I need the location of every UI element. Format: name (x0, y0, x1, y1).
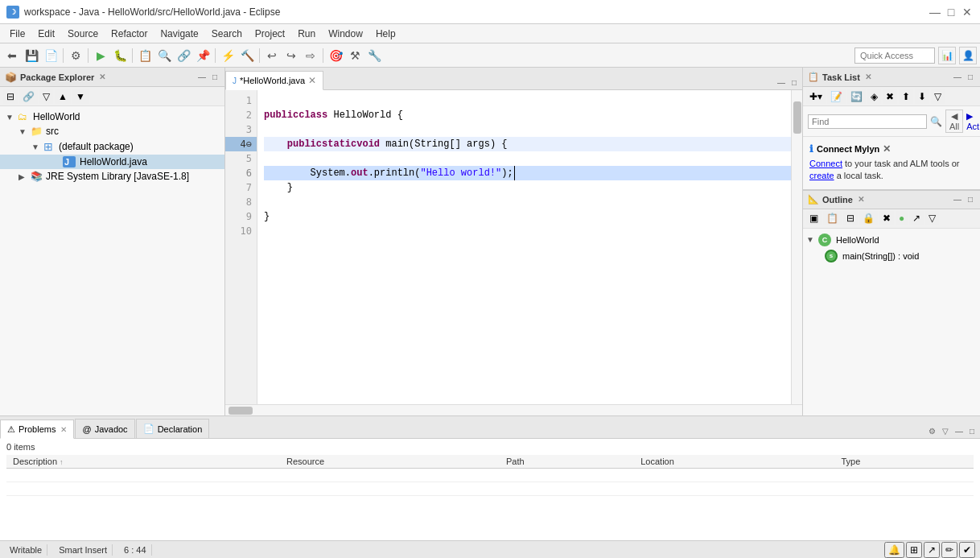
mylyn-close-btn[interactable]: ✕ (883, 143, 891, 155)
tree-item-helloworld-java[interactable]: ▶ J HelloWorld.java (0, 155, 224, 169)
bottom-minimize-btn[interactable]: — (953, 426, 966, 436)
tree-item-helloworld-project[interactable]: ▼ 🗂 HelloWorld (0, 110, 224, 124)
editor-scrollbar[interactable] (791, 90, 802, 404)
task-all-btn[interactable]: ◀ All (945, 110, 963, 133)
debug-button[interactable]: 🐛 (111, 47, 129, 64)
menu-project[interactable]: Project (249, 27, 291, 41)
col-path[interactable]: Path (500, 455, 634, 469)
build-button[interactable]: 🔨 (238, 47, 256, 64)
run-button[interactable]: ▶ (92, 47, 109, 64)
declaration-tab[interactable]: 📄 Declaration (136, 419, 210, 438)
menu-refactor[interactable]: Refactor (105, 27, 154, 41)
maximize-button[interactable]: □ (945, 6, 957, 19)
collapse-all-button[interactable]: ⊟ (3, 89, 18, 104)
task-tool-5[interactable]: ⬆ (899, 89, 913, 104)
save-button[interactable]: 💾 (23, 47, 40, 64)
outline-tool-3[interactable]: ⊟ (843, 211, 858, 225)
javadoc-tab[interactable]: @ Javadoc (75, 419, 134, 438)
task-tool-6[interactable]: ⬇ (915, 89, 929, 104)
quick-access-input[interactable] (854, 48, 935, 64)
outline-tool-5[interactable]: ✖ (879, 211, 894, 225)
task-activa-btn[interactable]: ▶ Activa... (966, 111, 980, 131)
outline-minimize-btn[interactable]: — (951, 194, 964, 205)
tree-item-jre[interactable]: ▶ 📚 JRE System Library [JavaSE-1.8] (0, 169, 224, 184)
menu-window[interactable]: Window (322, 27, 369, 41)
task-search-icon[interactable]: 🔍 (930, 116, 942, 127)
outline-tool-1[interactable]: ▣ (806, 211, 821, 225)
next-button[interactable]: ↪ (282, 47, 300, 64)
menu-help[interactable]: Help (369, 27, 402, 41)
sync-button[interactable]: ⚡ (219, 47, 237, 64)
minimize-button[interactable]: — (929, 6, 941, 19)
menu-file[interactable]: File (3, 27, 31, 41)
tree-item-src[interactable]: ▼ 📁 src (0, 124, 224, 138)
package-explorer-maximize[interactable]: □ (210, 72, 220, 82)
outline-tool-6[interactable]: ● (896, 211, 908, 225)
mylyn-connect-link[interactable]: Connect (809, 159, 842, 168)
pin-button[interactable]: 📌 (194, 47, 212, 64)
link-editor-button[interactable]: 🔗 (19, 89, 38, 104)
col-type[interactable]: Type (834, 455, 974, 469)
forward-button[interactable]: ⇨ (302, 47, 319, 64)
back-button[interactable]: ⬅ (3, 47, 21, 64)
editor-tab-close[interactable]: ✕ (308, 75, 316, 86)
pkg-arrow-down-button[interactable]: ▼ (72, 89, 89, 104)
outline-item-main[interactable]: s main(String[]) : void (803, 248, 980, 264)
link-button[interactable]: 🔗 (175, 47, 192, 64)
task-tool-4[interactable]: ✖ (883, 89, 897, 104)
editor-area[interactable]: 1 2 3 4⊖ 5 6 7 8 9 10 public class Hello… (225, 90, 802, 404)
tool1-button[interactable]: ⚒ (346, 47, 364, 64)
menu-edit[interactable]: Edit (31, 27, 61, 41)
tool2-button[interactable]: 🔧 (365, 47, 383, 64)
mylyn-create-link[interactable]: create (809, 171, 834, 180)
pkg-view-menu-button[interactable]: ▽ (39, 89, 53, 104)
package-explorer-minimize[interactable]: — (196, 72, 208, 82)
new-task-btn[interactable]: ✚▾ (806, 89, 826, 104)
problems-tab-close[interactable]: ✕ (60, 425, 67, 434)
task-tool-3[interactable]: ◈ (867, 89, 881, 104)
col-resource[interactable]: Resource (280, 455, 500, 469)
editor-tab-helloworld[interactable]: J *HelloWorld.java ✕ (225, 71, 323, 90)
col-description[interactable]: Description ↑ (6, 455, 280, 469)
status-check-btn[interactable]: ✔ (959, 542, 975, 558)
task-minimize-btn[interactable]: — (951, 72, 964, 82)
task-maximize-btn[interactable]: □ (966, 72, 975, 82)
outline-dropdown[interactable]: ▽ (925, 211, 939, 225)
outline-item-helloworld[interactable]: ▼ C HelloWorld (803, 232, 980, 248)
outline-maximize-btn[interactable]: □ (966, 194, 975, 205)
pkg-arrow-up-button[interactable]: ▲ (55, 89, 71, 104)
status-layout-btn[interactable]: ⊞ (906, 542, 922, 558)
horizontal-scrollbar[interactable] (225, 404, 802, 415)
menu-run[interactable]: Run (291, 27, 322, 41)
perspective-button-2[interactable]: 👤 (959, 47, 977, 64)
code-editor[interactable]: public class HelloWorld { public static … (257, 90, 802, 404)
outline-tool-2[interactable]: 📋 (823, 211, 842, 225)
outline-tool-7[interactable]: ↗ (909, 211, 924, 225)
editor-maximize-btn[interactable]: □ (789, 77, 799, 88)
cursor-button[interactable]: ↩ (263, 47, 281, 64)
new-button[interactable]: 📄 (42, 47, 60, 64)
outline-tool-4[interactable]: 🔒 (859, 211, 878, 225)
menu-navigate[interactable]: Navigate (154, 27, 204, 41)
editor-minimize-btn[interactable]: — (775, 77, 788, 88)
settings-button[interactable]: ⚙ (67, 47, 84, 64)
target-button[interactable]: 🎯 (327, 47, 344, 64)
bottom-dropdown-btn[interactable]: ▽ (940, 426, 951, 436)
close-button[interactable]: ✕ (961, 6, 974, 19)
clipboard-button[interactable]: 📋 (136, 47, 154, 64)
task-view-btn[interactable]: ▽ (931, 89, 945, 104)
task-tool-1[interactable]: 📝 (827, 89, 846, 104)
task-tool-2[interactable]: 🔄 (847, 89, 866, 104)
search-toolbar-button[interactable]: 🔍 (155, 47, 173, 64)
status-notification-btn[interactable]: 🔔 (884, 542, 904, 558)
menu-source[interactable]: Source (61, 27, 105, 41)
menu-search[interactable]: Search (205, 27, 249, 41)
col-location[interactable]: Location (634, 455, 834, 469)
status-pencil-btn[interactable]: ✏ (941, 542, 957, 558)
bottom-maximize-btn[interactable]: □ (967, 426, 977, 436)
problems-tab[interactable]: ⚠ Problems ✕ (0, 420, 74, 439)
bottom-settings-btn[interactable]: ⚙ (926, 426, 938, 436)
perspective-button-1[interactable]: 📊 (938, 47, 956, 64)
status-arrow-btn[interactable]: ↗ (924, 542, 940, 558)
task-find-input[interactable] (808, 114, 927, 129)
